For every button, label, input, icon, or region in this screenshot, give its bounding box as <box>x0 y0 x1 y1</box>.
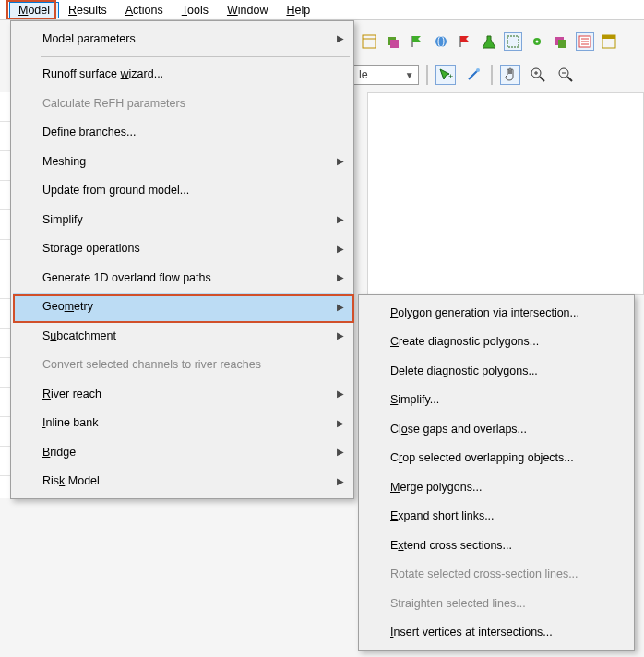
menu-item-update-from-ground-model[interactable]: Update from ground model... <box>13 176 352 206</box>
menu-item-label: Meshing <box>42 155 86 168</box>
menu-item-label: Generate 1D overland flow paths <box>42 271 211 284</box>
submenu-arrow-icon: ▶ <box>337 214 344 224</box>
svg-rect-16 <box>602 35 615 39</box>
menubar-item-label: ctions <box>133 4 163 17</box>
menu-item-expand-short-links[interactable]: Expand short links... <box>361 502 632 532</box>
menu-item-insert-vertices[interactable]: Insert vertices at intersections... <box>361 618 632 648</box>
menubar-item-actions[interactable]: Actions <box>116 2 173 18</box>
flask-icon[interactable] <box>480 32 498 51</box>
menu-item-label: Insert vertices at intersections... <box>390 626 553 639</box>
menu-geometry: Polygon generation via intersection... C… <box>358 294 635 651</box>
menu-item-label: Merge polygons... <box>390 481 482 494</box>
menu-item-label: Expand short links... <box>390 509 495 522</box>
menubar: Model Results Actions Tools Window Help <box>0 0 644 20</box>
menu-item-label: Create diagnostic polygons... <box>390 335 539 348</box>
mode-combo-value: le <box>359 68 368 81</box>
submenu-arrow-icon: ▶ <box>337 418 344 428</box>
menubar-item-label: ools <box>187 4 209 17</box>
menu-item-label: Simplify <box>42 213 83 226</box>
layers2-icon[interactable] <box>552 32 570 51</box>
svg-line-18 <box>469 70 478 79</box>
menubar-item-model[interactable]: Model <box>9 2 59 18</box>
menu-item-meshing[interactable]: Meshing▶ <box>13 147 352 176</box>
svg-text:+: + <box>448 72 453 81</box>
flag-green-icon[interactable] <box>408 32 426 51</box>
menu-item-geometry[interactable]: Geometry▶ <box>13 293 352 322</box>
zoom-in-icon[interactable] <box>528 65 548 85</box>
menubar-item-help[interactable]: Help <box>277 2 319 18</box>
menu-item-label: Update from ground model... <box>42 184 189 197</box>
mode-combo[interactable]: le ▼ <box>351 65 419 85</box>
menu-item-label: Bridge <box>42 446 76 459</box>
menubar-item-results[interactable]: Results <box>59 2 116 18</box>
menu-item-storage-operations[interactable]: Storage operations▶ <box>13 234 352 264</box>
menu-item-inline-bank[interactable]: Inline bank▶ <box>13 409 352 438</box>
chevron-down-icon: ▼ <box>405 70 414 80</box>
svg-rect-0 <box>363 35 376 48</box>
svg-rect-10 <box>558 40 566 48</box>
menu-item-straighten-lines: Straighten selected lines... <box>361 589 632 618</box>
menu-separator <box>41 56 350 57</box>
menu-item-label: Delete diagnostic polygons... <box>390 364 538 377</box>
submenu-arrow-icon: ▶ <box>337 330 344 340</box>
menu-item-label: Polygon generation via intersection... <box>390 306 579 319</box>
menubar-item-label-ul: W <box>227 4 238 17</box>
menu-item-label: Runoff surface wizard... <box>42 67 163 80</box>
toolbar-separator <box>491 65 493 85</box>
menu-model: Model parameters▶ Runoff surface wizard.… <box>10 20 354 499</box>
menu-item-label: River reach <box>42 388 101 400</box>
menu-item-bridge[interactable]: Bridge▶ <box>13 437 352 467</box>
menubar-item-tools[interactable]: Tools <box>173 2 218 18</box>
menu-item-polygon-generation[interactable]: Polygon generation via intersection... <box>361 298 632 328</box>
menu-item-subcatchment[interactable]: Subcatchment▶ <box>13 321 352 351</box>
menu-item-close-gaps[interactable]: Close gaps and overlaps... <box>361 414 632 444</box>
menu-item-generate-1d-overland[interactable]: Generate 1D overland flow paths▶ <box>13 263 352 293</box>
menubar-item-window[interactable]: Window <box>218 2 277 18</box>
list-icon[interactable] <box>576 32 594 51</box>
menu-item-label: Risk Model <box>42 474 100 487</box>
flag-red-icon[interactable] <box>456 32 474 51</box>
menu-item-risk-model[interactable]: Risk Model▶ <box>13 467 352 496</box>
hand-icon[interactable] <box>500 65 520 85</box>
menu-item-label: Convert selected channels to river reach… <box>42 358 261 371</box>
select-box-icon[interactable] <box>504 32 522 51</box>
menu-item-define-branches[interactable]: Define branches... <box>13 118 352 148</box>
menubar-item-label: elp <box>294 4 310 17</box>
menu-item-extend-cross-sections[interactable]: Extend cross sections... <box>361 531 632 560</box>
menu-item-rotate-cross-section: Rotate selected cross-section lines... <box>361 560 632 590</box>
content-pane <box>367 92 644 295</box>
wand-icon[interactable] <box>463 65 483 85</box>
menu-item-model-parameters[interactable]: Model parameters▶ <box>13 24 352 54</box>
menu-item-runoff-surface-wizard[interactable]: Runoff surface wizard... <box>13 60 352 90</box>
menu-item-label: Model parameters <box>42 32 136 45</box>
menubar-item-label: odel <box>28 4 50 17</box>
svg-rect-3 <box>390 40 399 48</box>
menubar-item-label: indow <box>238 4 268 17</box>
menubar-item-label: esults <box>77 4 107 17</box>
submenu-arrow-icon: ▶ <box>337 33 344 43</box>
menu-item-label: Define branches... <box>42 125 136 138</box>
menu-item-merge-polygons[interactable]: Merge polygons... <box>361 472 632 502</box>
world-icon[interactable] <box>432 32 450 51</box>
menu-item-delete-diagnostic-polygons[interactable]: Delete diagnostic polygons... <box>361 356 632 386</box>
menu-item-river-reach[interactable]: River reach▶ <box>13 379 352 409</box>
menu-item-convert-channels: Convert selected channels to river reach… <box>13 351 352 380</box>
menu-item-simplify[interactable]: Simplify▶ <box>13 205 352 234</box>
menu-item-label: Straighten selected lines... <box>390 597 526 610</box>
submenu-arrow-icon: ▶ <box>337 388 344 399</box>
menu-item-label: Close gaps and overlaps... <box>390 423 527 436</box>
menu-item-simplify-geom[interactable]: Simplify... <box>361 386 632 415</box>
layers-icon[interactable] <box>384 32 402 51</box>
svg-line-21 <box>540 77 544 81</box>
menu-item-create-diagnostic-polygons[interactable]: Create diagnostic polygons... <box>361 328 632 357</box>
menu-item-crop-overlapping[interactable]: Crop selected overlapping objects... <box>361 444 632 473</box>
zoom-out-icon[interactable] <box>555 65 576 85</box>
cursor-plus-icon[interactable]: + <box>435 65 456 85</box>
svg-rect-6 <box>507 36 519 47</box>
gear-icon[interactable] <box>528 32 546 51</box>
svg-point-8 <box>536 41 539 43</box>
panel-icon[interactable] <box>360 32 378 51</box>
svg-point-19 <box>476 68 480 72</box>
panel2-icon[interactable] <box>600 32 618 51</box>
menu-item-label: Storage operations <box>42 242 140 255</box>
